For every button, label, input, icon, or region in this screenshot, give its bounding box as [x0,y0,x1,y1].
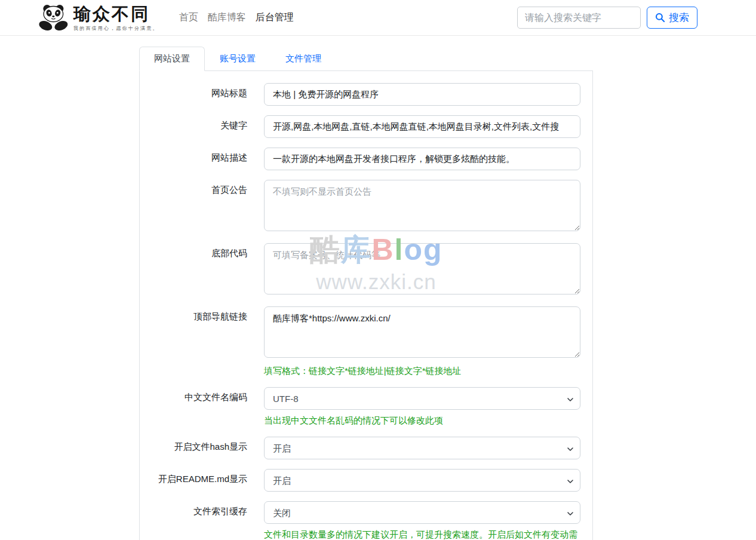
file-index-cache-select[interactable]: 关闭 [264,501,580,524]
keywords-label: 关键字 [140,115,264,138]
site-description-input[interactable] [264,148,580,170]
search-button-label: 搜索 [669,11,689,24]
top-nav-links-textarea[interactable] [264,306,580,358]
footer-code-textarea[interactable] [264,243,580,294]
keywords-control [264,115,580,138]
cn-filename-encoding-select[interactable]: UTF-8 [264,387,580,410]
form-row-file-index-cache: 文件索引缓存关闭文件和目录数量多的情况下建议开启，可提升搜索速度。开启后如文件有… [140,501,592,540]
form-row-footer-code: 底部代码 [140,243,592,297]
site-settings-form: 网站标题关键字网站描述首页公告底部代码顶部导航链接填写格式：链接文字*链接地址|… [140,83,592,540]
keywords-input[interactable] [264,115,580,138]
file-index-cache-select-wrap: 关闭 [264,501,580,524]
search-icon [655,13,665,23]
cn-filename-encoding-label: 中文文件名编码 [140,387,264,427]
brand-tagline: 我的百倍用心，愿你十分满意。 [73,25,159,32]
top-nav-links-control: 填写格式：链接文字*链接地址|链接文字*链接地址 [264,306,580,378]
form-row-cn-filename-encoding: 中文文件名编码UTF-8当出现中文文件名乱码的情况下可以修改此项 [140,387,592,427]
tab-account-settings[interactable]: 账号设置 [205,47,271,71]
form-row-readme-display: 开启README.md显示开启 [140,469,592,492]
file-index-cache-control: 关闭文件和目录数量多的情况下建议开启，可提升搜索速度。开启后如文件有变动需手动清… [264,501,580,540]
readme-display-select[interactable]: 开启 [264,469,580,492]
site-title-label: 网站标题 [140,83,264,106]
panda-logo-icon [39,4,70,32]
home-notice-control [264,180,580,234]
site-description-label: 网站描述 [140,148,264,170]
tab-panel: 网站标题关键字网站描述首页公告底部代码顶部导航链接填写格式：链接文字*链接地址|… [139,71,593,540]
settings-tabs: 网站设置账号设置文件管理 [139,47,593,71]
tab-file-management[interactable]: 文件管理 [271,47,336,71]
readme-display-control: 开启 [264,469,580,492]
file-hash-display-control: 开启 [264,437,580,459]
brand-title: 瑜众不同 [73,5,159,23]
form-row-keywords: 关键字 [140,115,592,138]
home-notice-textarea[interactable] [264,180,580,231]
readme-display-select-wrap: 开启 [264,469,580,492]
search-button[interactable]: 搜索 [647,7,697,29]
form-row-home-notice: 首页公告 [140,180,592,234]
nav-link-admin[interactable]: 后台管理 [256,9,294,26]
file-hash-display-select-wrap: 开启 [264,437,580,459]
home-notice-label: 首页公告 [140,180,264,234]
settings-page: 网站设置账号设置文件管理 网站标题关键字网站描述首页公告底部代码顶部导航链接填写… [139,47,593,540]
site-description-control [264,148,580,170]
search-area: 搜索 [517,7,697,29]
file-index-cache-label: 文件索引缓存 [140,501,264,540]
cn-filename-encoding-select-wrap: UTF-8 [264,387,580,410]
cn-filename-encoding-hint: 当出现中文文件名乱码的情况下可以修改此项 [264,413,580,427]
site-title-input[interactable] [264,83,580,106]
footer-code-label: 底部代码 [140,243,264,297]
nav-link-blog[interactable]: 酷库博客 [208,9,246,26]
search-input[interactable] [517,7,641,29]
nav-link-home[interactable]: 首页 [179,9,198,26]
top-nav-links-label: 顶部导航链接 [140,306,264,378]
file-hash-display-select[interactable]: 开启 [264,437,580,459]
file-index-cache-hint: 文件和目录数量多的情况下建议开启，可提升搜索速度。开启后如文件有变动需手动清除缓… [264,527,580,540]
main-nav: 首页酷库博客后台管理 [179,9,294,26]
footer-code-control [264,243,580,297]
brand[interactable]: 瑜众不同 我的百倍用心，愿你十分满意。 [39,4,159,32]
top-nav-links-hint: 填写格式：链接文字*链接地址|链接文字*链接地址 [264,364,580,378]
form-row-site-title: 网站标题 [140,83,592,106]
form-row-file-hash-display: 开启文件hash显示开启 [140,437,592,459]
cn-filename-encoding-control: UTF-8当出现中文文件名乱码的情况下可以修改此项 [264,387,580,427]
top-navbar: 瑜众不同 我的百倍用心，愿你十分满意。 首页酷库博客后台管理 搜索 [0,0,756,36]
form-row-site-description: 网站描述 [140,148,592,170]
file-hash-display-label: 开启文件hash显示 [140,437,264,459]
readme-display-label: 开启README.md显示 [140,469,264,492]
form-row-top-nav-links: 顶部导航链接填写格式：链接文字*链接地址|链接文字*链接地址 [140,306,592,378]
tab-site-settings[interactable]: 网站设置 [139,47,205,71]
site-title-control [264,83,580,106]
